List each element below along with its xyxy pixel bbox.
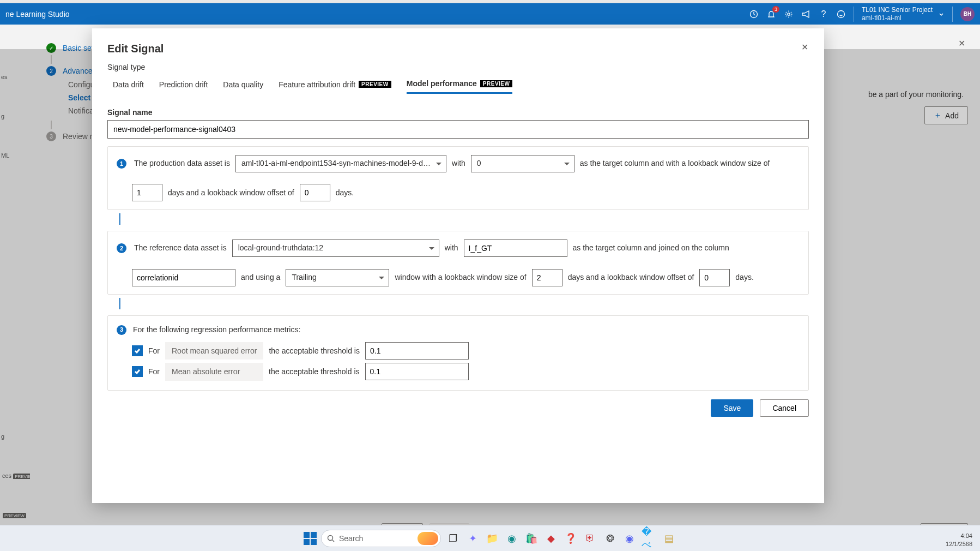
reference-asset-select[interactable]: local-ground-truthdata:12	[232, 239, 439, 257]
tab-model-performance[interactable]: Model performancePREVIEW	[407, 75, 513, 94]
mae-checkbox[interactable]	[132, 366, 143, 377]
metric-name: Root mean squared error	[165, 342, 263, 360]
step-badge-2: 2	[117, 243, 126, 253]
windows-taskbar: Search ❐ ✦ 📁 ◉ 🛍️ ◆ ❓ ⛨ ❂ ◉ �べ ▤ 4:04 12…	[0, 525, 980, 551]
account-sub: aml-tl01-ai-ml	[862, 14, 933, 22]
signal-type-tabs: Data drift Prediction drift Data quality…	[113, 75, 809, 94]
clock-icon[interactable]	[749, 9, 759, 19]
bell-icon[interactable]: 3	[766, 9, 776, 19]
modal-title: Edit Signal	[107, 43, 809, 55]
tab-prediction-drift[interactable]: Prediction drift	[159, 75, 208, 94]
start-button[interactable]	[304, 532, 317, 545]
production-asset-select[interactable]: aml-tl01-ai-ml-endpoint1534-syn-machines…	[235, 155, 446, 172]
tab-data-quality[interactable]: Data quality	[223, 75, 263, 94]
rmse-checkbox[interactable]	[132, 345, 143, 356]
metric-row-mae: For Mean absolute error the acceptable t…	[132, 361, 800, 382]
app-title: ne Learning Studio	[5, 10, 70, 19]
avatar[interactable]: BH	[960, 7, 975, 21]
clock-time: 4:04	[946, 532, 972, 540]
production-lookback-size-input[interactable]	[132, 184, 162, 201]
reference-target-input[interactable]	[464, 239, 567, 257]
svg-point-3	[328, 535, 333, 540]
metrics-card: 3 For the following regression performan…	[107, 315, 809, 390]
edit-signal-modal: ✕ Edit Signal Signal type Data drift Pre…	[92, 28, 824, 503]
task-view-icon[interactable]: ❐	[445, 531, 461, 546]
close-icon[interactable]: ✕	[798, 40, 811, 53]
connector-icon: |	[118, 211, 809, 225]
signal-name-label: Signal name	[107, 108, 809, 117]
reference-data-card: 2 The reference data asset is local-grou…	[107, 231, 809, 295]
app-header: ne Learning Studio 3 ? TL01 INC Senior P…	[0, 3, 980, 25]
discord-icon[interactable]: ◉	[622, 531, 637, 546]
copilot-icon[interactable]: ✦	[465, 531, 480, 546]
svg-point-1	[788, 13, 790, 15]
security-icon[interactable]: ⛨	[583, 531, 598, 546]
notification-badge: 3	[772, 6, 779, 13]
step-badge-3: 3	[117, 325, 126, 335]
app-icon[interactable]: ◆	[543, 531, 559, 546]
edge-icon[interactable]: ◉	[504, 531, 519, 546]
taskbar-search[interactable]: Search	[321, 530, 441, 547]
explorer-icon[interactable]: 📁	[485, 531, 500, 546]
search-highlight-icon	[418, 532, 438, 545]
tab-data-drift[interactable]: Data drift	[113, 75, 144, 94]
svg-point-2	[837, 10, 844, 17]
cancel-button[interactable]: Cancel	[760, 399, 809, 417]
reference-lookback-offset-input[interactable]	[699, 269, 730, 286]
signal-name-input[interactable]	[107, 120, 809, 139]
feedback-icon[interactable]	[836, 9, 846, 19]
close-panel-button[interactable]: ✕	[955, 37, 968, 50]
search-icon	[327, 535, 335, 542]
metric-row-rmse: For Root mean squared error the acceptab…	[132, 340, 800, 361]
production-data-card: 1 The production data asset is aml-tl01-…	[107, 146, 809, 210]
mae-threshold-input[interactable]	[365, 363, 469, 380]
connector-icon: |	[118, 296, 809, 310]
help-app-icon[interactable]: ❓	[563, 531, 578, 546]
join-column-input[interactable]	[132, 269, 235, 286]
help-icon[interactable]: ?	[819, 9, 828, 19]
gear-icon[interactable]	[784, 9, 794, 19]
system-tray[interactable]: 4:04 12/1/2568	[946, 532, 972, 548]
window-type-select[interactable]: Trailing	[286, 269, 389, 286]
metric-name: Mean absolute error	[165, 363, 263, 380]
signal-type-label: Signal type	[107, 63, 809, 71]
tab-feature-attribution[interactable]: Feature attribution driftPREVIEW	[279, 75, 391, 94]
production-lookback-offset-input[interactable]	[300, 184, 330, 201]
notepad-icon[interactable]: ▤	[661, 531, 676, 546]
store-icon[interactable]: 🛍️	[524, 531, 539, 546]
production-target-select[interactable]: 0	[471, 155, 574, 172]
steam-icon[interactable]: ❂	[602, 531, 618, 546]
rmse-threshold-input[interactable]	[365, 342, 469, 360]
account-name: TL01 INC Senior Project	[862, 6, 933, 14]
account-switcher[interactable]: TL01 INC Senior Project aml-tl01-ai-ml	[862, 6, 945, 22]
save-button[interactable]: Save	[711, 399, 753, 417]
vscode-icon[interactable]: �べ	[642, 531, 657, 546]
megaphone-icon[interactable]	[801, 9, 811, 19]
step-badge-1: 1	[117, 159, 126, 169]
reference-lookback-size-input[interactable]	[532, 269, 562, 286]
chevron-down-icon	[938, 11, 945, 17]
clock-date: 12/1/2568	[946, 540, 972, 548]
